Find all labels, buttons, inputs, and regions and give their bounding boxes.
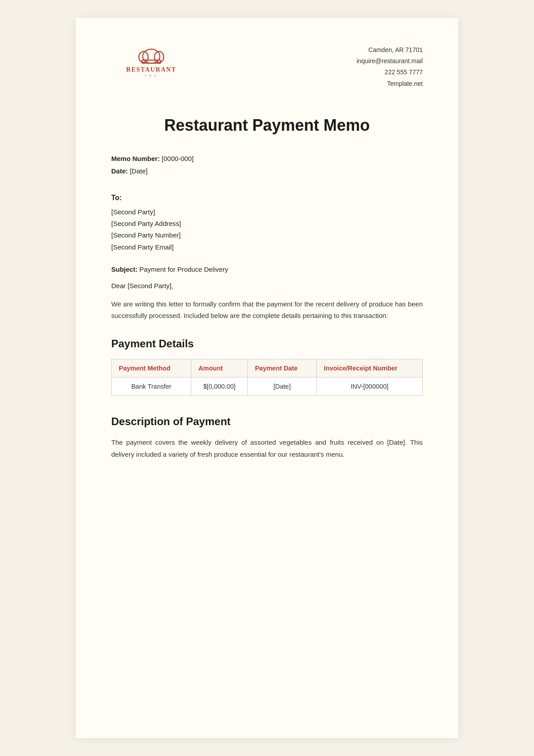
subject-line: Subject: Payment for Produce Delivery — [111, 265, 423, 273]
description-heading: Description of Payment — [111, 415, 423, 428]
body-text: We are writing this letter to formally c… — [111, 298, 423, 322]
date-line: Date: [Date] — [111, 165, 423, 178]
svg-text:· I N C ·: · I N C · — [141, 74, 162, 77]
restaurant-logo: RESTAURANT · I N C · — [120, 44, 182, 89]
svg-point-0 — [143, 49, 160, 64]
date-value: [Date] — [130, 167, 148, 175]
contact-phone: 222 555 7777 — [356, 67, 423, 78]
document-page: RESTAURANT · I N C · Camden, AR 71701 in… — [76, 18, 458, 738]
svg-rect-3 — [142, 60, 161, 63]
greeting: Dear [Second Party], — [111, 282, 423, 290]
document-title: Restaurant Payment Memo — [111, 116, 423, 135]
memo-number-line: Memo Number: [0000-000] — [111, 153, 423, 165]
cell-method: Bank Transfer — [112, 378, 191, 396]
table-header-row: Payment Method Amount Payment Date Invoi… — [112, 359, 423, 378]
memo-meta: Memo Number: [0000-000] Date: [Date] — [111, 153, 423, 178]
to-section: To: [Second Party] [Second Party Address… — [111, 194, 423, 253]
col-header-method: Payment Method — [112, 359, 191, 378]
subject-value: Payment for Produce Delivery — [139, 265, 228, 273]
header: RESTAURANT · I N C · Camden, AR 71701 in… — [111, 44, 423, 89]
to-heading: To: — [111, 194, 423, 202]
contact-website: Template.net — [356, 78, 423, 89]
to-email: [Second Party Email] — [111, 241, 423, 253]
contact-info: Camden, AR 71701 inquire@restaurant.mail… — [356, 44, 423, 89]
contact-address: Camden, AR 71701 — [356, 44, 423, 56]
cell-invoice: INV-[000000] — [316, 378, 422, 396]
cell-date: [Date] — [247, 378, 316, 396]
table-row: Bank Transfer $[0,000.00] [Date] INV-[00… — [112, 378, 423, 396]
to-address: [Second Party Address] — [111, 218, 423, 229]
svg-text:RESTAURANT: RESTAURANT — [126, 66, 177, 73]
description-text: The payment covers the weekly delivery o… — [111, 437, 423, 460]
col-header-invoice: Invoice/Receipt Number — [316, 359, 422, 378]
to-party: [Second Party] — [111, 206, 423, 218]
to-number: [Second Party Number] — [111, 229, 423, 241]
contact-email: inquire@restaurant.mail — [356, 56, 423, 67]
cell-amount: $[0,000.00] — [191, 378, 248, 396]
date-label: Date: — [111, 167, 128, 175]
col-header-date: Payment Date — [247, 359, 316, 378]
payment-details-heading: Payment Details — [111, 338, 423, 350]
memo-number-value: [0000-000] — [162, 155, 194, 162]
col-header-amount: Amount — [191, 359, 248, 378]
memo-number-label: Memo Number: — [111, 155, 160, 162]
logo-area: RESTAURANT · I N C · — [111, 44, 191, 89]
subject-label: Subject: — [111, 265, 138, 273]
payment-table: Payment Method Amount Payment Date Invoi… — [111, 359, 423, 396]
